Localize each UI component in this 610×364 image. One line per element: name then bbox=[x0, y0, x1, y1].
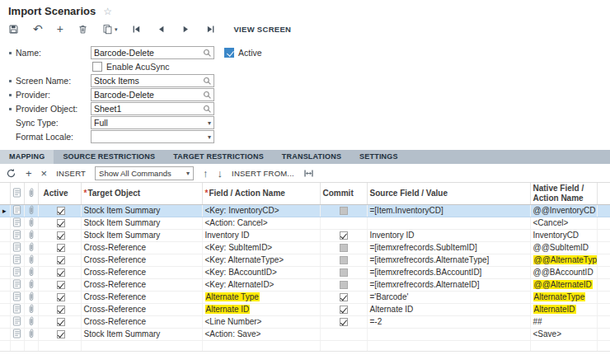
cell-field-action-name[interactable]: Alternate Type bbox=[202, 291, 320, 303]
caret-down-icon[interactable]: ▾ bbox=[186, 170, 190, 177]
tab-target-restrictions[interactable]: TARGET RESTRICTIONS bbox=[164, 150, 273, 164]
column-header-native[interactable]: Native Field / Action Name bbox=[530, 183, 597, 204]
row-note-icon[interactable] bbox=[10, 229, 24, 241]
cell-field-action-name[interactable]: <Action: Save> bbox=[202, 328, 320, 340]
cell-native-field[interactable]: @@AlternateType bbox=[530, 254, 597, 266]
cell-source-field-value[interactable] bbox=[367, 217, 530, 229]
row-note-icon[interactable] bbox=[10, 204, 24, 217]
grid-row[interactable]: ▸Stock Item Summary<Key: InventoryCD>=[I… bbox=[0, 204, 610, 217]
tab-settings[interactable]: SETTINGS bbox=[350, 150, 407, 164]
fit-to-screen-button[interactable] bbox=[303, 168, 314, 179]
cell-commit[interactable] bbox=[320, 315, 367, 328]
row-note-icon[interactable] bbox=[10, 266, 24, 278]
cell-source-field-value[interactable] bbox=[367, 328, 530, 340]
cell-native-field[interactable]: @@InventoryCD bbox=[530, 204, 597, 217]
tab-translations[interactable]: TRANSLATIONS bbox=[273, 150, 350, 164]
grid-row[interactable]: Cross-ReferenceAlternate Type='Barcode'A… bbox=[0, 291, 610, 303]
row-active-checkbox[interactable] bbox=[57, 281, 65, 289]
cell-target-object[interactable]: Stock Item Summary bbox=[81, 229, 202, 241]
favorite-star-icon[interactable]: ☆ bbox=[103, 7, 112, 16]
empty-grid-row[interactable] bbox=[0, 340, 610, 351]
cell-source-field-value[interactable]: Alternate ID bbox=[367, 303, 530, 315]
tab-source-restrictions[interactable]: SOURCE RESTRICTIONS bbox=[54, 150, 164, 164]
row-paperclip-icon[interactable] bbox=[24, 291, 38, 303]
row-commit-checkbox[interactable] bbox=[340, 306, 348, 314]
row-paperclip-icon[interactable] bbox=[24, 278, 38, 291]
cell-active[interactable] bbox=[38, 278, 81, 291]
cell-field-action-name[interactable]: <Key: BAccountID> bbox=[202, 266, 320, 278]
cell-active[interactable] bbox=[38, 217, 81, 229]
cell-active[interactable] bbox=[38, 315, 81, 328]
row-active-checkbox[interactable] bbox=[57, 318, 65, 326]
grid-row[interactable]: Cross-Reference<Line Number>=-2## bbox=[0, 315, 610, 328]
row-active-checkbox[interactable] bbox=[57, 268, 65, 277]
row-commit-checkbox[interactable] bbox=[340, 293, 348, 301]
tab-mapping[interactable]: MAPPING bbox=[0, 150, 54, 164]
cell-active[interactable] bbox=[38, 266, 81, 278]
row-commit-checkbox[interactable] bbox=[340, 231, 348, 240]
cell-native-field[interactable]: ## bbox=[530, 315, 597, 328]
magnifier-icon[interactable] bbox=[203, 105, 212, 114]
cell-source-field-value[interactable]: ='Barcode' bbox=[367, 291, 530, 303]
cell-field-action-name[interactable]: <Line Number> bbox=[202, 315, 320, 328]
cell-commit[interactable] bbox=[320, 303, 367, 315]
grid-row[interactable]: Cross-Reference<Key: SubItemID>=[itemxre… bbox=[0, 241, 610, 254]
row-note-icon[interactable] bbox=[10, 328, 24, 340]
commands-dropdown[interactable]: Show All Commands ▾ bbox=[95, 166, 194, 180]
cell-source-field-value[interactable]: =[Item.InventoryCD] bbox=[367, 204, 530, 217]
grid-row[interactable]: Cross-Reference<Key: AlternateID>=[itemx… bbox=[0, 278, 610, 291]
cell-commit[interactable] bbox=[320, 291, 367, 303]
row-paperclip-icon[interactable] bbox=[24, 241, 38, 254]
magnifier-icon[interactable] bbox=[203, 91, 212, 100]
row-note-icon[interactable] bbox=[10, 254, 24, 266]
cell-source-field-value[interactable]: =[itemxrefrecords.AlternateID] bbox=[367, 278, 530, 291]
cell-commit[interactable] bbox=[320, 241, 367, 254]
cell-field-action-name[interactable]: <Key: SubItemID> bbox=[202, 241, 320, 254]
nav-previous-button[interactable] bbox=[156, 22, 167, 37]
cell-source-field-value[interactable]: =[itemxrefrecords.BAccountID] bbox=[367, 266, 530, 278]
column-header-commit[interactable]: Commit bbox=[320, 183, 367, 204]
row-paperclip-icon[interactable] bbox=[24, 303, 38, 315]
cell-target-object[interactable]: Stock Item Summary bbox=[81, 204, 202, 217]
row-active-checkbox[interactable] bbox=[57, 306, 65, 314]
cell-field-action-name[interactable]: <Key: AlternateType> bbox=[202, 254, 320, 266]
cell-field-action-name[interactable]: Alternate ID bbox=[202, 303, 320, 315]
cell-commit[interactable] bbox=[320, 254, 367, 266]
cell-commit[interactable] bbox=[320, 328, 367, 340]
cell-target-object[interactable]: Cross-Reference bbox=[81, 291, 202, 303]
add-button[interactable]: + bbox=[57, 22, 63, 37]
insert-button[interactable]: INSERT bbox=[56, 169, 86, 178]
cell-native-field[interactable]: @@AlternateID bbox=[530, 278, 597, 291]
grid-delete-row-button[interactable]: × bbox=[41, 168, 48, 179]
cell-target-object[interactable]: Cross-Reference bbox=[81, 315, 202, 328]
row-paperclip-icon[interactable] bbox=[24, 328, 38, 340]
row-paperclip-icon[interactable] bbox=[24, 229, 38, 241]
column-header-active[interactable]: Active bbox=[38, 183, 81, 204]
cell-source-field-value[interactable]: =[itemxrefrecords.AlternateType] bbox=[367, 254, 530, 266]
delete-button[interactable] bbox=[77, 22, 88, 37]
copy-paste-button[interactable]: ▾ bbox=[102, 22, 118, 37]
cell-field-action-name[interactable]: <Key: InventoryCD> bbox=[202, 204, 320, 217]
cell-commit[interactable] bbox=[320, 229, 367, 241]
row-paperclip-icon[interactable] bbox=[24, 204, 38, 217]
caret-down-icon[interactable]: ▾ bbox=[208, 133, 211, 142]
save-button[interactable] bbox=[8, 22, 19, 37]
row-active-checkbox[interactable] bbox=[57, 293, 65, 301]
screen-name-input[interactable]: Stock Items bbox=[91, 74, 214, 87]
row-commit-checkbox[interactable] bbox=[340, 256, 348, 264]
cell-active[interactable] bbox=[38, 291, 81, 303]
cell-target-object[interactable]: Stock Item Summary bbox=[81, 328, 202, 340]
column-header-source[interactable]: Source Field / Value bbox=[367, 183, 530, 204]
grid-row[interactable]: Cross-Reference<Key: AlternateType>=[ite… bbox=[0, 254, 610, 266]
view-screen-button[interactable]: VIEW SCREEN bbox=[233, 25, 291, 34]
row-active-checkbox[interactable] bbox=[57, 244, 65, 252]
sync-type-dropdown[interactable]: Full ▾ bbox=[91, 116, 214, 129]
magnifier-icon[interactable] bbox=[203, 49, 212, 58]
grid-add-row-button[interactable]: + bbox=[26, 168, 32, 179]
nav-last-button[interactable] bbox=[205, 22, 216, 37]
grid-row[interactable]: Cross-Reference<Key: BAccountID>=[itemxr… bbox=[0, 266, 610, 278]
cell-active[interactable] bbox=[38, 204, 81, 217]
cell-target-object[interactable]: Cross-Reference bbox=[81, 303, 202, 315]
cell-source-field-value[interactable]: =[itemxrefrecords.SubItemID] bbox=[367, 241, 530, 254]
cell-commit[interactable] bbox=[320, 266, 367, 278]
